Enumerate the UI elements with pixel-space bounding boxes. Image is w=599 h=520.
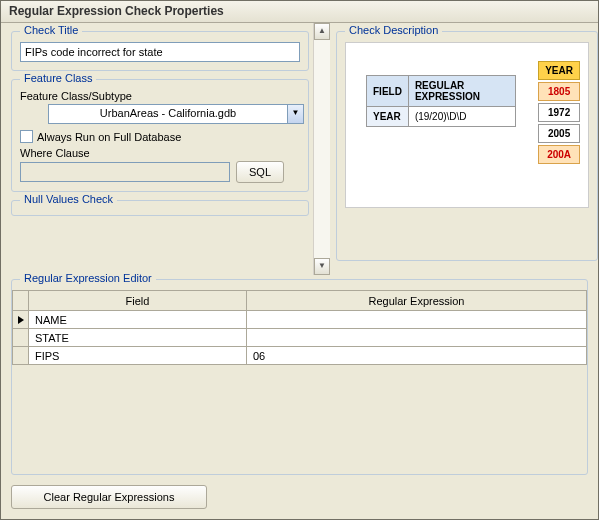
grid-cell-regex[interactable] — [247, 311, 587, 329]
regex-editor-group: Regular Expression Editor Field Regular … — [11, 279, 588, 475]
grid-header-regex[interactable]: Regular Expression — [247, 291, 587, 311]
null-values-group: Null Values Check — [11, 200, 309, 216]
year-cell-1: 1972 — [538, 103, 580, 122]
always-run-checkbox-row[interactable]: Always Run on Full Database — [20, 130, 300, 143]
year-cell-2: 2005 — [538, 124, 580, 143]
upper-area: Check Title Feature Class Feature Class/… — [1, 23, 598, 275]
check-description-group: Check Description FIELD REGULAR EXPRESSI… — [336, 31, 598, 261]
row-selector[interactable] — [13, 311, 29, 329]
dialog-window: Regular Expression Check Properties Chec… — [0, 0, 599, 520]
regex-editor-legend: Regular Expression Editor — [20, 272, 156, 284]
row-pointer-icon — [18, 316, 24, 324]
grid-cell-regex[interactable] — [247, 329, 587, 347]
table-row[interactable]: STATE — [13, 329, 587, 347]
row-selector[interactable] — [13, 347, 29, 365]
description-preview: FIELD REGULAR EXPRESSION YEAR (19/20)\D\… — [345, 42, 589, 208]
always-run-checkbox[interactable] — [20, 130, 33, 143]
check-title-input[interactable] — [20, 42, 300, 62]
sql-button[interactable]: SQL — [236, 161, 284, 183]
grid-cell-regex[interactable]: 06 — [247, 347, 587, 365]
feature-class-subtype-label: Feature Class/Subtype — [20, 90, 300, 102]
chevron-down-icon[interactable]: ▼ — [287, 104, 304, 124]
description-example-table: FIELD REGULAR EXPRESSION YEAR (19/20)\D\… — [366, 75, 516, 127]
scroll-down-icon[interactable]: ▼ — [314, 258, 330, 275]
example-row-field: YEAR — [367, 107, 409, 127]
year-column: YEAR 1805 1972 2005 200A — [538, 61, 580, 164]
null-values-legend: Null Values Check — [20, 193, 117, 205]
scroll-up-icon[interactable]: ▲ — [314, 23, 330, 40]
clear-regex-button[interactable]: Clear Regular Expressions — [11, 485, 207, 509]
right-panel: Check Description FIELD REGULAR EXPRESSI… — [330, 23, 598, 275]
check-title-legend: Check Title — [20, 24, 82, 36]
bottom-bar: Clear Regular Expressions — [1, 475, 598, 519]
always-run-label: Always Run on Full Database — [37, 131, 181, 143]
grid-header-field[interactable]: Field — [29, 291, 247, 311]
grid-cell-field[interactable]: STATE — [29, 329, 247, 347]
check-description-legend: Check Description — [345, 24, 442, 36]
where-clause-label: Where Clause — [20, 147, 300, 159]
feature-class-combo[interactable]: UrbanAreas - California.gdb ▼ — [48, 104, 304, 124]
where-clause-input — [20, 162, 230, 182]
scroll-track[interactable] — [314, 40, 330, 258]
row-selector[interactable] — [13, 329, 29, 347]
table-row[interactable]: FIPS 06 — [13, 347, 587, 365]
check-title-group: Check Title — [11, 31, 309, 71]
year-cell-3: 200A — [538, 145, 580, 164]
left-panel: Check Title Feature Class Feature Class/… — [1, 23, 313, 275]
year-cell-0: 1805 — [538, 82, 580, 101]
year-header: YEAR — [538, 61, 580, 80]
grid-cell-field[interactable]: FIPS — [29, 347, 247, 365]
grid-corner — [13, 291, 29, 311]
example-header-field: FIELD — [367, 76, 409, 107]
dialog-body: Check Title Feature Class Feature Class/… — [1, 23, 598, 519]
feature-class-group: Feature Class Feature Class/Subtype Urba… — [11, 79, 309, 192]
example-header-regex: REGULAR EXPRESSION — [408, 76, 515, 107]
dialog-title: Regular Expression Check Properties — [1, 1, 598, 23]
grid-cell-field[interactable]: NAME — [29, 311, 247, 329]
feature-class-combo-value[interactable]: UrbanAreas - California.gdb — [48, 104, 287, 124]
feature-class-legend: Feature Class — [20, 72, 96, 84]
left-scrollbar[interactable]: ▲ ▼ — [313, 23, 330, 275]
example-row-regex: (19/20)\D\D — [408, 107, 515, 127]
regex-grid[interactable]: Field Regular Expression NAME STATE FIPS — [12, 290, 587, 365]
table-row[interactable]: NAME — [13, 311, 587, 329]
